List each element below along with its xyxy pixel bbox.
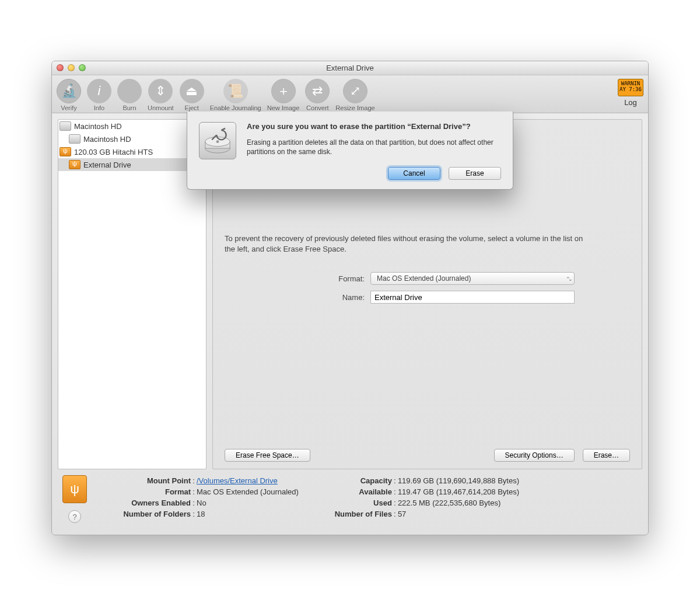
eject-button[interactable]: ⏏ Eject: [180, 79, 204, 111]
stat-key: Number of Folders: [97, 508, 191, 520]
burn-icon: [117, 79, 142, 103]
stat-value: 222.5 MB (222,535,680 Bytes): [398, 497, 519, 508]
toolbar-label: Verify: [61, 104, 77, 111]
erase-panel-description: To prevent the recovery of previously de…: [225, 233, 586, 255]
toolbar-label: Unmount: [148, 104, 174, 111]
new-image-button[interactable]: ＋ New Image: [267, 79, 300, 111]
close-window-button[interactable]: [57, 64, 64, 71]
toolbar-label: Eject: [184, 104, 198, 111]
convert-icon: ⇄: [305, 79, 330, 103]
format-select[interactable]: Mac OS Extended (Journaled): [370, 272, 575, 285]
erase-free-space-button[interactable]: Erase Free Space…: [225, 449, 310, 462]
volume-details-footer: ψ ? Mount Point: /Volumes/External Drive…: [52, 469, 648, 535]
svg-point-3: [216, 140, 219, 143]
stat-key: Owners Enabled: [97, 497, 191, 508]
name-label: Name:: [225, 293, 365, 302]
unmount-icon: ⇕: [148, 79, 173, 103]
stat-value: 18: [197, 508, 299, 520]
minimize-window-button[interactable]: [68, 64, 75, 71]
toolbar: 🔬 Verify i Info Burn ⇕ Unmount ⏏ Eject 📜…: [52, 75, 648, 113]
svg-line-4: [222, 128, 226, 130]
journal-icon: 📜: [223, 79, 248, 103]
stat-key: Available: [322, 486, 392, 497]
stat-value: No: [197, 497, 299, 508]
stat-key: Capacity: [322, 475, 392, 486]
sidebar-item-volume[interactable]: Macintosh HD: [58, 133, 206, 145]
sidebar-item-disk[interactable]: Macintosh HD: [58, 120, 206, 133]
sidebar-item-label: Macintosh HD: [74, 122, 122, 131]
log-badge-text: AY 7:36: [620, 86, 642, 92]
sidebar-item-volume[interactable]: External Drive: [58, 158, 206, 171]
dialog-cancel-button[interactable]: Cancel: [388, 167, 440, 180]
stat-value: 57: [398, 508, 519, 520]
info-icon: i: [87, 79, 111, 103]
dialog-title: Are you sure you want to erase the parti…: [247, 122, 501, 132]
eject-icon: ⏏: [180, 79, 204, 103]
format-row: Format: Mac OS Extended (Journaled): [225, 272, 630, 285]
sidebar-item-disk[interactable]: 120.03 GB Hitachi HTS: [58, 145, 206, 158]
log-button[interactable]: WARNIN AY 7:36 Log: [618, 79, 643, 107]
help-button[interactable]: ?: [68, 510, 81, 523]
dialog-body: Erasing a partition deletes all the data…: [247, 138, 501, 156]
usb-volume-large-icon: ψ: [62, 475, 87, 503]
toolbar-label: New Image: [267, 104, 300, 111]
stat-value: Mac OS Extended (Journaled): [197, 486, 299, 497]
convert-button[interactable]: ⇄ Convert: [305, 79, 330, 111]
sidebar-item-label: Macintosh HD: [83, 135, 131, 144]
sidebar-item-label: External Drive: [83, 161, 131, 169]
mount-point-link[interactable]: /Volumes/External Drive: [197, 476, 278, 485]
log-badge-text: WARNIN: [621, 81, 640, 86]
window-title: External Drive: [326, 64, 374, 72]
zoom-window-button[interactable]: [79, 64, 86, 71]
dialog-erase-button[interactable]: Erase: [449, 167, 501, 180]
toolbar-label: Burn: [123, 104, 136, 111]
resize-image-icon: ⤢: [343, 79, 368, 103]
verify-button[interactable]: 🔬 Verify: [57, 79, 81, 111]
internal-hd-icon: [69, 134, 80, 144]
toolbar-label: Convert: [306, 104, 329, 111]
disk-utility-app-icon: [199, 122, 236, 159]
stat-value: 119.47 GB (119,467,614,208 Bytes): [398, 486, 519, 497]
traffic-lights: [57, 64, 86, 71]
security-options-button[interactable]: Security Options…: [494, 449, 575, 462]
name-row: Name:: [225, 291, 630, 304]
stat-key: Format: [97, 486, 191, 497]
burn-button[interactable]: Burn: [117, 79, 142, 111]
toolbar-label: Resize Image: [335, 104, 374, 111]
resize-image-button[interactable]: ⤢ Resize Image: [335, 79, 374, 111]
toolbar-label: Log: [624, 98, 637, 107]
disk-sidebar: Macintosh HD Macintosh HD 120.03 GB Hita…: [58, 119, 206, 469]
disk-utility-window: External Drive 🔬 Verify i Info Burn ⇕ Un…: [51, 61, 649, 535]
erase-confirmation-sheet: Are you sure you want to erase the parti…: [187, 111, 513, 190]
internal-hd-icon: [60, 121, 71, 131]
stat-value: 119.69 GB (119,690,149,888 Bytes): [398, 475, 519, 486]
stat-key: Number of Files: [322, 508, 392, 520]
new-image-icon: ＋: [271, 79, 296, 103]
erase-panel-buttons: Erase Free Space… Security Options… Eras…: [225, 426, 630, 462]
unmount-button[interactable]: ⇕ Unmount: [148, 79, 174, 111]
usb-disk-icon: [60, 147, 71, 156]
usb-volume-icon: [69, 160, 80, 169]
format-value: Mac OS Extended (Journaled): [377, 274, 471, 283]
erase-button[interactable]: Erase…: [583, 449, 630, 462]
format-label: Format:: [225, 274, 365, 283]
title-bar: External Drive: [52, 61, 648, 75]
sidebar-item-label: 120.03 GB Hitachi HTS: [74, 148, 153, 156]
stat-key: Mount Point: [97, 475, 191, 486]
log-icon: WARNIN AY 7:36: [618, 79, 643, 96]
toolbar-label: Enable Journaling: [210, 104, 261, 111]
toolbar-label: Info: [94, 104, 104, 111]
info-button[interactable]: i Info: [87, 79, 111, 111]
stat-key: Used: [322, 497, 392, 508]
volume-name-input[interactable]: [370, 291, 575, 304]
enable-journaling-button[interactable]: 📜 Enable Journaling: [210, 79, 261, 111]
microscope-icon: 🔬: [57, 79, 81, 103]
